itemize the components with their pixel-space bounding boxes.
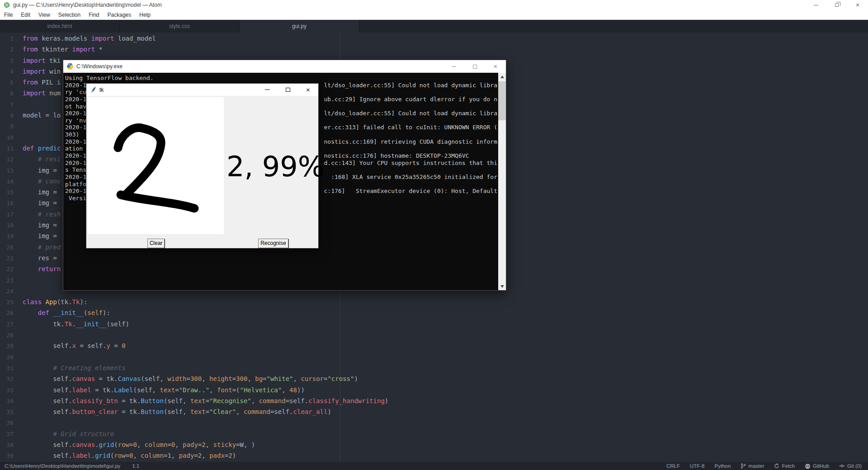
python-icon: [66, 63, 74, 70]
triangle-up-icon: [500, 75, 504, 78]
menu-selection[interactable]: Selection: [54, 10, 85, 20]
menu-find[interactable]: Find: [85, 10, 103, 20]
code-text: import tki: [23, 57, 61, 64]
editor-line: 33 self.label = tk.Label(self, text="Dra…: [0, 385, 868, 395]
console-text-right: c:176] StreamExecutor device (0): Host, …: [324, 188, 497, 195]
tab-index-html[interactable]: index.html: [0, 20, 120, 33]
status-right: CRLF UTF-8 Python master: [666, 463, 862, 469]
code-text: import num: [23, 89, 61, 97]
close-icon: ×: [306, 86, 310, 94]
code-text: class App(tk.Tk):: [23, 298, 87, 306]
atom-logo-icon: [4, 2, 10, 8]
github-indicator[interactable]: GitHub: [805, 463, 829, 469]
tab-style-css[interactable]: style.css: [120, 20, 240, 33]
git-fetch-indicator[interactable]: Fetch: [774, 463, 795, 469]
tk-close-button[interactable]: ×: [298, 84, 318, 96]
editor-line: 35 self.button_clear = tk.Button(self, t…: [0, 406, 868, 417]
line-ending-indicator[interactable]: CRLF: [666, 463, 680, 469]
line-number: 18: [0, 220, 14, 231]
line-number: 17: [0, 209, 14, 220]
line-number: 8: [0, 110, 14, 121]
line-number: 25: [0, 297, 14, 308]
grammar-indicator[interactable]: Python: [715, 463, 731, 469]
line-number: 5: [0, 77, 14, 88]
line-number: 13: [0, 165, 14, 176]
restore-button[interactable]: [826, 0, 847, 10]
line-number: 35: [0, 407, 14, 418]
code-text: tk.Tk.__init__(self): [23, 320, 129, 328]
editor-line: 26 def __init__(self):: [0, 307, 868, 318]
prediction-label: 2, 99%: [226, 151, 317, 182]
clear-button[interactable]: Clear: [147, 239, 165, 248]
cursor-position[interactable]: 1:1: [132, 463, 139, 469]
tk-window-title: tk: [99, 87, 104, 93]
line-number: 23: [0, 275, 14, 286]
menu-file[interactable]: File: [0, 10, 17, 20]
close-button[interactable]: ×: [847, 0, 868, 10]
restore-icon: [835, 3, 839, 7]
editor-line: 31 # Creating elements: [0, 362, 868, 373]
scroll-down-arrow[interactable]: [498, 282, 506, 290]
encoding-indicator[interactable]: UTF-8: [690, 463, 705, 469]
code-text: from keras.models import load_model: [23, 35, 156, 42]
menu-view[interactable]: View: [34, 10, 54, 20]
handwritten-digit-2: [88, 97, 224, 234]
code-text: self.label.grid(row=0, column=1, pady=2,…: [23, 452, 236, 459]
code-text: def predic: [23, 145, 61, 152]
console-maximize-button[interactable]: [464, 60, 485, 73]
window-title: gui.py — C:\Users\Henry\Desktop\Handwrit…: [13, 2, 162, 8]
code-text: import win: [23, 68, 61, 75]
git-changes-indicator[interactable]: Git (0): [839, 463, 862, 469]
editor-line: 36: [0, 417, 868, 428]
tk-window: tk × 2, 99% Clear Recognise: [86, 83, 319, 249]
console-text-right: d.cc:143] Your CPU supports instructions…: [324, 160, 497, 167]
tab-gui-py[interactable]: gui.py: [240, 20, 359, 33]
menu-packages[interactable]: Packages: [104, 10, 136, 20]
console-close-button[interactable]: ×: [485, 60, 506, 73]
menu-help[interactable]: Help: [135, 10, 155, 20]
drawing-canvas[interactable]: [88, 97, 224, 234]
code-text: img =: [23, 188, 57, 196]
tk-maximize-button[interactable]: [278, 84, 298, 96]
console-minimize-button[interactable]: [443, 60, 464, 73]
commit-icon: [839, 463, 845, 469]
minimize-icon: [452, 66, 456, 67]
line-number: 14: [0, 176, 14, 187]
line-number: 12: [0, 154, 14, 165]
line-number: 29: [0, 341, 14, 352]
line-number: 31: [0, 363, 14, 374]
branch-icon: [741, 463, 746, 469]
line-number: 16: [0, 198, 14, 209]
code-text: self.button_clear = tk.Button(self, text…: [23, 408, 331, 415]
minimize-icon: [814, 5, 818, 5]
file-path[interactable]: C:\Users\Henry\Desktop\Handwriting\model…: [5, 463, 120, 469]
code-text: img =: [23, 221, 57, 229]
tk-title-bar[interactable]: tk ×: [86, 84, 318, 96]
atom-title-bar[interactable]: gui.py — C:\Users\Henry\Desktop\Handwrit…: [0, 0, 868, 10]
git-branch-indicator[interactable]: master: [741, 463, 764, 469]
console-title-bar[interactable]: C:\Windows\py.exe ×: [63, 60, 506, 73]
line-number: 3: [0, 56, 14, 66]
recognise-button[interactable]: Recognise: [258, 239, 288, 248]
maximize-icon: [473, 65, 477, 69]
line-number: 20: [0, 242, 14, 253]
editor-line: 34 self.classify_btn = tk.Button(self, t…: [0, 395, 868, 406]
line-number: 32: [0, 374, 14, 385]
console-text-left: Using TensorFlow backend.: [65, 75, 154, 82]
code-text: def __init__(self):: [23, 309, 110, 316]
code-text: model = lo: [23, 112, 61, 119]
editor-line: 2from tkinter import *: [0, 44, 868, 55]
minimize-button[interactable]: [806, 0, 826, 10]
scroll-up-arrow[interactable]: [498, 73, 506, 80]
code-text: # Grid structure: [23, 430, 114, 437]
code-text: self.canvas = tk.Canvas(self, width=300,…: [23, 375, 358, 382]
scrollbar-thumb[interactable]: [498, 81, 506, 120]
console-scrollbar[interactable]: [498, 73, 506, 290]
code-text: img =: [23, 167, 57, 174]
tk-minimize-button[interactable]: [257, 84, 278, 96]
line-number: 19: [0, 231, 14, 242]
menu-edit[interactable]: Edit: [17, 10, 34, 20]
tk-feather-icon: [90, 86, 96, 93]
editor-line: 28: [0, 329, 868, 340]
line-number: 34: [0, 396, 14, 407]
